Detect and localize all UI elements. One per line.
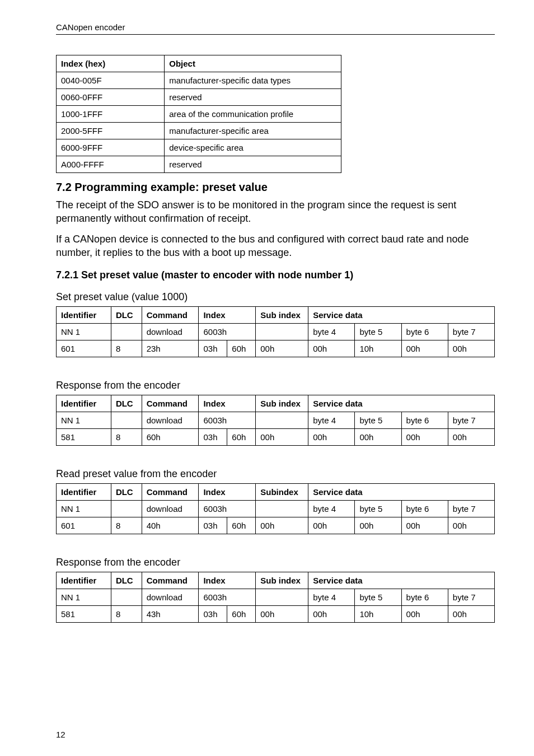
table-row: 601 8 40h 03h 60h 00h 00h 00h 00h 00h bbox=[57, 517, 495, 534]
cell: 8 bbox=[111, 429, 142, 446]
cell: 8 bbox=[111, 340, 142, 357]
table-header-row: Index (hex) Object bbox=[57, 55, 341, 72]
cell: download bbox=[142, 324, 199, 340]
col-identifier: Identifier bbox=[57, 572, 111, 589]
col-dlc: DLC bbox=[111, 572, 142, 589]
cell: 60h bbox=[142, 429, 199, 446]
cell: 10h bbox=[355, 340, 401, 357]
col-dlc: DLC bbox=[111, 395, 142, 412]
table-row: 581 8 60h 03h 60h 00h 00h 00h 00h 00h bbox=[57, 429, 495, 446]
col-servicedata: Service data bbox=[308, 484, 495, 501]
cell-object: reserved bbox=[165, 156, 341, 173]
cell: NN 1 bbox=[57, 324, 111, 340]
table-row: NN 1 download 6003h byte 4 byte 5 byte 6… bbox=[57, 324, 495, 340]
cell: byte 5 bbox=[355, 589, 401, 606]
cell: 00h bbox=[308, 517, 355, 534]
cell-index: 0060-0FFF bbox=[57, 89, 165, 106]
table-caption-read: Read preset value from the encoder bbox=[56, 468, 495, 480]
col-index: Index bbox=[199, 307, 256, 324]
cell: 601 bbox=[57, 517, 111, 534]
cell: byte 7 bbox=[448, 589, 494, 606]
col-dlc: DLC bbox=[111, 307, 142, 324]
response-table-1: Identifier DLC Command Index Sub index S… bbox=[56, 395, 495, 446]
cell: 00h bbox=[308, 340, 355, 357]
cell: 00h bbox=[256, 340, 308, 357]
table-header-row: Identifier DLC Command Index Sub index S… bbox=[57, 395, 495, 412]
table-row: A000-FFFFreserved bbox=[57, 156, 341, 173]
cell: 00h bbox=[256, 517, 308, 534]
col-subindex: Sub index bbox=[256, 307, 308, 324]
table-caption-response-2: Response from the encoder bbox=[56, 557, 495, 568]
cell bbox=[111, 324, 142, 340]
read-preset-table: Identifier DLC Command Index Subindex Se… bbox=[56, 483, 495, 534]
col-index: Index bbox=[199, 395, 256, 412]
cell-object: device-specific area bbox=[165, 139, 341, 156]
cell: byte 5 bbox=[355, 412, 401, 429]
table-caption-response-1: Response from the encoder bbox=[56, 380, 495, 391]
cell: 40h bbox=[142, 517, 199, 534]
table-header-row: Identifier DLC Command Index Sub index S… bbox=[57, 307, 495, 324]
cell: 00h bbox=[401, 606, 448, 623]
col-index: Index bbox=[199, 572, 256, 589]
cell: byte 4 bbox=[308, 589, 355, 606]
cell: byte 4 bbox=[308, 501, 355, 517]
cell: byte 6 bbox=[401, 412, 448, 429]
cell bbox=[111, 412, 142, 429]
cell bbox=[256, 412, 308, 429]
preset-value-table-1: Identifier DLC Command Index Sub index S… bbox=[56, 306, 495, 357]
paragraph: The receipt of the SDO answer is to be m… bbox=[56, 198, 495, 226]
cell: 60h bbox=[227, 606, 256, 623]
cell: 03h bbox=[199, 340, 227, 357]
cell: 00h bbox=[308, 429, 355, 446]
table-row: NN 1 download 6003h byte 4 byte 5 byte 6… bbox=[57, 589, 495, 606]
cell: byte 7 bbox=[448, 501, 494, 517]
col-index: Index bbox=[199, 484, 256, 501]
cell: download bbox=[142, 501, 199, 517]
cell: 00h bbox=[355, 429, 401, 446]
table-row: 1000-1FFFarea of the communication profi… bbox=[57, 106, 341, 123]
cell bbox=[256, 501, 308, 517]
cell: NN 1 bbox=[57, 589, 111, 606]
table-header-row: Identifier DLC Command Index Sub index S… bbox=[57, 572, 495, 589]
table-row: 581 8 43h 03h 60h 00h 00h 10h 00h 00h bbox=[57, 606, 495, 623]
cell: 8 bbox=[111, 517, 142, 534]
cell: 00h bbox=[401, 340, 448, 357]
cell: byte 7 bbox=[448, 412, 494, 429]
cell: 00h bbox=[448, 517, 494, 534]
col-identifier: Identifier bbox=[57, 307, 111, 324]
page-header: CANopen encoder bbox=[56, 22, 495, 35]
col-object: Object bbox=[165, 55, 341, 72]
cell: byte 6 bbox=[401, 589, 448, 606]
cell: NN 1 bbox=[57, 501, 111, 517]
col-index: Index (hex) bbox=[57, 55, 165, 72]
cell: NN 1 bbox=[57, 412, 111, 429]
cell: 60h bbox=[227, 429, 256, 446]
col-servicedata: Service data bbox=[308, 395, 495, 412]
cell bbox=[111, 501, 142, 517]
cell bbox=[256, 324, 308, 340]
cell-object: area of the communication profile bbox=[165, 106, 341, 123]
cell: 23h bbox=[142, 340, 199, 357]
col-command: Command bbox=[142, 484, 199, 501]
table-caption: Set preset value (value 1000) bbox=[56, 291, 495, 303]
cell-index: 0040-005F bbox=[57, 72, 165, 89]
col-command: Command bbox=[142, 307, 199, 324]
cell: download bbox=[142, 412, 199, 429]
cell: 10h bbox=[355, 606, 401, 623]
cell: 00h bbox=[401, 429, 448, 446]
cell-object: reserved bbox=[165, 89, 341, 106]
cell: 03h bbox=[199, 606, 227, 623]
page-number: 12 bbox=[56, 730, 65, 739]
cell bbox=[111, 589, 142, 606]
response-table-2: Identifier DLC Command Index Sub index S… bbox=[56, 572, 495, 623]
cell: 00h bbox=[355, 517, 401, 534]
table-row: 0060-0FFFreserved bbox=[57, 89, 341, 106]
col-identifier: Identifier bbox=[57, 484, 111, 501]
section-7-2-heading: 7.2 Programming example: preset value bbox=[56, 181, 495, 194]
col-identifier: Identifier bbox=[57, 395, 111, 412]
cell-object: manufacturer-specific data types bbox=[165, 72, 341, 89]
table-row: NN 1 download 6003h byte 4 byte 5 byte 6… bbox=[57, 501, 495, 517]
col-dlc: DLC bbox=[111, 484, 142, 501]
cell: 00h bbox=[448, 340, 494, 357]
cell bbox=[256, 589, 308, 606]
